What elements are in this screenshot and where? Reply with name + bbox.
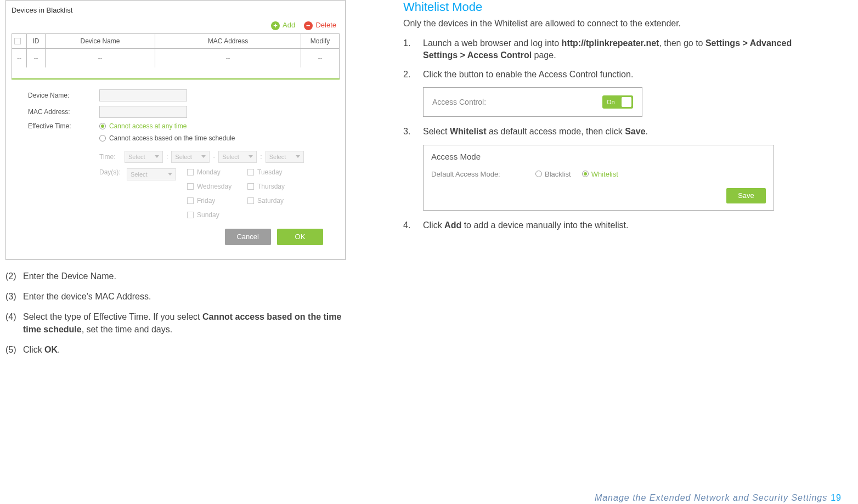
left-instructions: (2) Enter the Device Name. (3) Enter the… [5, 270, 346, 356]
access-control-label: Access Control: [432, 98, 486, 106]
col-device-name: Device Name [46, 33, 155, 48]
panel-title: Devices in Blacklist [6, 5, 345, 19]
days-row: Day(s): Select Monday Tuesday Wednesday … [99, 168, 340, 219]
time-row: Time: Select : Select - Select : Select [99, 151, 340, 163]
time-to-hour[interactable]: Select [218, 151, 257, 163]
access-mode-title: Access Mode [424, 145, 774, 166]
step-text: Enter the Device Name. [23, 270, 346, 282]
delete-button[interactable]: − Delete [304, 21, 336, 29]
days-select[interactable]: Select [127, 168, 176, 180]
device-name-label: Device Name: [28, 92, 99, 99]
caret-down-icon [168, 173, 172, 175]
step-num: 3. [403, 126, 423, 138]
radio-anytime[interactable]: Cannot access at any time [99, 122, 235, 130]
checkbox-icon [247, 197, 254, 204]
checkbox-icon [247, 169, 254, 175]
day-tuesday[interactable]: Tuesday [247, 168, 308, 176]
caret-down-icon [201, 155, 206, 158]
step-text: Enter the device's MAC Address. [23, 290, 346, 303]
save-button[interactable]: Save [726, 188, 766, 203]
section-intro: Only the devices in the Whitelist are al… [403, 19, 798, 29]
panel-actions: + Add − Delete [6, 19, 345, 33]
caret-down-icon [249, 155, 253, 158]
checkbox-icon [187, 212, 194, 218]
time-from-hour[interactable]: Select [125, 151, 163, 163]
blacklist-table: ID Device Name MAC Address Modify -- -- … [12, 33, 340, 80]
day-thursday[interactable]: Thursday [247, 183, 308, 190]
checkbox-icon [187, 183, 194, 190]
select-all-header[interactable] [12, 33, 27, 48]
access-control-toggle[interactable]: On [602, 95, 633, 109]
cancel-button[interactable]: Cancel [225, 229, 271, 245]
caret-down-icon [296, 155, 300, 158]
col-mac: MAC Address [155, 33, 301, 48]
radio-icon [535, 171, 542, 177]
step-text: Click Add to add a device manually into … [423, 219, 798, 231]
checkbox-icon [187, 197, 194, 204]
radio-icon [582, 171, 589, 177]
section-heading: Whitelist Mode [403, 0, 798, 14]
step-num: (3) [5, 290, 23, 303]
device-form: Device Name: MAC Address: Effective Time… [6, 80, 345, 253]
col-id: ID [27, 33, 46, 48]
col-modify: Modify [301, 33, 340, 48]
add-button[interactable]: + Add [271, 21, 304, 29]
step-num: (4) [5, 310, 23, 336]
caret-down-icon [155, 155, 159, 158]
radio-blacklist[interactable]: Blacklist [535, 170, 571, 178]
access-mode-box: Access Mode Default Access Mode: Blackli… [423, 145, 774, 211]
footer: Manage the Extended Network and Security… [595, 493, 842, 503]
plus-icon: + [271, 21, 280, 30]
step-text: Select Whitelist as default access mode,… [423, 126, 798, 138]
ok-button[interactable]: OK [277, 229, 323, 245]
step-num: 4. [403, 219, 423, 231]
day-saturday[interactable]: Saturday [247, 197, 308, 205]
time-to-min[interactable]: Select [266, 151, 304, 163]
mac-input[interactable] [99, 106, 187, 118]
step-text: Click the button to enable the Access Co… [423, 69, 798, 81]
blacklist-panel: Devices in Blacklist + Add − Delete ID D… [5, 0, 346, 260]
default-mode-label: Default Access Mode: [431, 170, 524, 178]
time-from-min[interactable]: Select [171, 151, 210, 163]
day-monday[interactable]: Monday [187, 168, 247, 176]
step-num: (2) [5, 270, 23, 282]
step-text: Select the type of Effective Time. If yo… [23, 310, 346, 336]
mac-label: MAC Address: [28, 108, 99, 116]
radio-icon [99, 123, 106, 129]
time-label: Time: [99, 153, 121, 161]
day-friday[interactable]: Friday [187, 197, 247, 205]
step-num: 2. [403, 69, 423, 81]
step-num: (5) [5, 343, 23, 356]
day-sunday[interactable]: Sunday [187, 211, 247, 219]
step-text: Click OK. [23, 343, 346, 356]
day-wednesday[interactable]: Wednesday [187, 183, 247, 190]
radio-whitelist[interactable]: Whitelist [582, 170, 618, 178]
radio-icon [99, 135, 106, 141]
eff-time-label: Effective Time: [28, 122, 99, 130]
radio-schedule[interactable]: Cannot access based on the time schedule [99, 134, 235, 142]
step-num: 1. [403, 37, 423, 62]
checkbox-icon [14, 38, 21, 44]
checkbox-icon [187, 169, 194, 175]
table-row: -- -- -- -- -- [12, 48, 340, 67]
days-label: Day(s): [99, 168, 121, 176]
device-name-input[interactable] [99, 89, 187, 101]
access-control-box: Access Control: On [423, 87, 642, 117]
minus-icon: − [304, 21, 313, 30]
step-text: Launch a web browser and log into http:/… [423, 37, 798, 62]
checkbox-icon [247, 183, 254, 190]
